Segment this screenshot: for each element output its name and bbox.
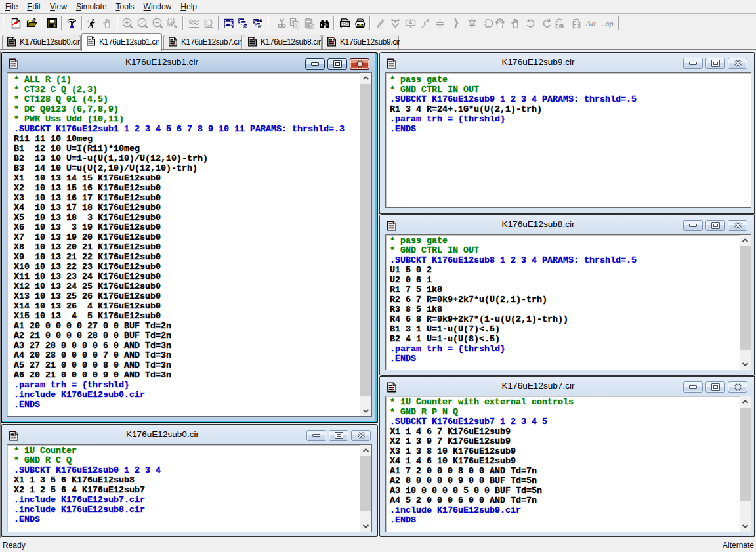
svg-text:.op: .op <box>601 20 614 28</box>
svg-text:Aa: Aa <box>585 18 596 28</box>
